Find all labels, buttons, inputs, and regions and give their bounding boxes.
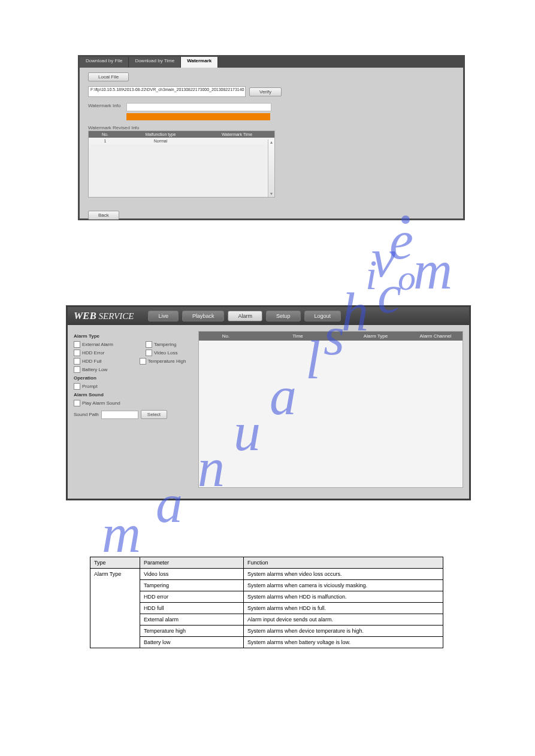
tab-download-by-time[interactable]: Download by Time [129,57,181,68]
label-tampering: Tampering [154,342,176,347]
table-row: Battery low System alarms when battery v… [90,637,443,648]
alarm-left-panel: Alarm Type External Alarm Tampering HDD … [74,331,194,488]
table-cell-func: System alarms when camera is viciously m… [244,580,443,591]
alarm-header-channel: Alarm Channel [409,332,463,341]
grid-header-watermark-time: Watermark Time [200,131,274,138]
scroll-down-icon[interactable]: ▼ [270,191,274,197]
alarm-header-no: No. [199,332,253,341]
label-hdd-error: HDD Error [82,350,104,356]
checkbox-video-loss[interactable] [146,350,152,356]
grid-scrollbar[interactable]: ▲ ▼ [268,139,274,197]
table-row: Temperature high System alarms when devi… [90,626,443,637]
watermark-info-bar-progress [126,113,270,120]
label-temperature-high: Temperature High [148,359,186,364]
checkbox-hdd-error[interactable] [74,350,80,356]
grid-header-malfunction: Malfunction type [122,131,200,138]
grid-cell-mal: Normal [122,138,200,144]
table-row: HDD full System alarms when HDD is full. [90,603,443,614]
file-path-input[interactable]: F:\ftp\10.10.5.189\2013-08-22\DVR_ch3mai… [88,86,246,97]
table-cell-type: Alarm Type [90,569,140,648]
table-cell-func: System alarms when HDD is malfunction. [244,591,443,603]
alarm-header-time: Time [253,332,343,341]
table-cell-func: System alarms when HDD is full. [244,603,443,614]
table-row: Alarm Type Video loss System alarms when… [90,569,443,580]
table-cell-func: System alarms when battery voltage is lo… [244,637,443,648]
table-cell-param: Tampering [140,580,244,591]
label-prompt: Prompt [82,384,98,389]
table-row: Tampering System alarms when camera is v… [90,580,443,591]
select-sound-button[interactable]: Select [141,410,167,419]
checkbox-tampering[interactable] [146,341,152,348]
checkbox-play-alarm-sound[interactable] [74,400,80,406]
table-cell-param: Video loss [140,569,244,580]
table-cell-param: Battery low [140,637,244,648]
download-tabs: Download by File Download by Time Waterm… [80,57,463,68]
checkbox-temperature-high[interactable] [140,358,146,365]
label-hdd-full: HDD Full [82,359,101,364]
grid-cell-no: 1 [89,138,122,144]
scroll-up-icon[interactable]: ▲ [270,139,274,145]
verify-button[interactable]: Verify [249,87,282,96]
alarm-page-screenshot: WEB SERVICE Live Playback Alarm Setup Lo… [66,305,471,500]
watermark-info-bar-empty [126,103,271,111]
table-header-type: Type [90,557,140,569]
nav-live[interactable]: Live [148,311,179,321]
nav-logout[interactable]: Logout [304,311,341,321]
watermark-tab-screenshot: Download by File Download by Time Waterm… [78,55,465,220]
table-row: HDD error System alarms when HDD is malf… [90,591,443,603]
table-cell-param: HDD error [140,591,244,603]
table-header-function: Function [244,557,443,569]
table-cell-param: HDD full [140,603,244,614]
watermark-info-label: Watermark Info [88,103,120,108]
table-cell-func: Alarm input device sends out alarm. [244,614,443,626]
tab-download-by-file[interactable]: Download by File [80,57,129,68]
table-cell-func: System alarms when video loss occurs. [244,569,443,580]
grid-header-no: No. [89,131,122,138]
local-file-button[interactable]: Local File [88,72,129,81]
label-play-alarm-sound: Play Alarm Sound [82,400,120,406]
table-cell-param: External alarm [140,614,244,626]
topbar: WEB SERVICE Live Playback Alarm Setup Lo… [68,307,469,325]
section-alarm-type: Alarm Type [74,333,194,339]
nav-alarm[interactable]: Alarm [228,311,262,321]
alarm-description-table: Type Parameter Function Alarm Type Video… [90,557,443,648]
nav-setup[interactable]: Setup [266,311,301,321]
watermark-revised-grid: No. Malfunction type Watermark Time 1 No… [88,130,275,198]
section-alarm-sound: Alarm Sound [74,392,194,397]
table-cell-param: Temperature high [140,626,244,637]
web-service-logo: WEB SERVICE [74,310,134,322]
label-battery-low: Battery Low [82,367,107,372]
checkbox-external-alarm[interactable] [74,341,80,348]
grid-row[interactable]: 1 Normal [89,138,274,144]
table-header-parameter: Parameter [140,557,244,569]
table-row: External alarm Alarm input device sends … [90,614,443,626]
tab-watermark[interactable]: Watermark [181,57,218,68]
alarm-header-type: Alarm Type [343,332,409,341]
back-button[interactable]: Back [88,211,119,220]
checkbox-battery-low[interactable] [74,366,80,373]
watermark-revised-label: Watermark Revised Info [88,125,455,130]
sound-path-label: Sound Path [74,412,99,417]
alarm-log-grid: No. Time Alarm Type Alarm Channel [198,331,463,488]
section-operation: Operation [74,375,194,381]
checkbox-hdd-full[interactable] [74,358,80,365]
label-external-alarm: External Alarm [82,342,113,347]
label-video-loss: Video Loss [154,350,177,356]
sound-path-input[interactable] [101,411,138,419]
nav-playback[interactable]: Playback [182,311,225,321]
grid-cell-wt [200,138,274,144]
checkbox-prompt[interactable] [74,383,80,390]
table-cell-func: System alarms when device temperature is… [244,626,443,637]
